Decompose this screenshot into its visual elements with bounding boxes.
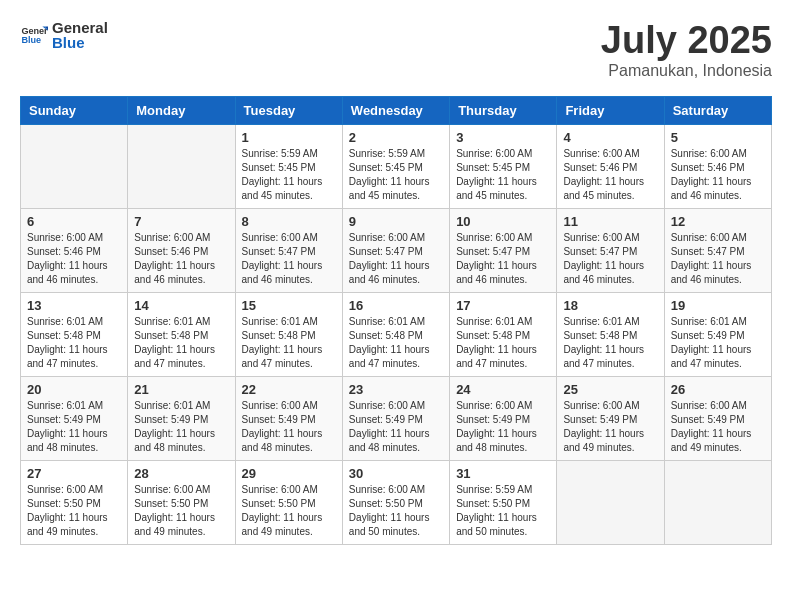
weekday-header: Thursday xyxy=(450,96,557,124)
day-info: Sunrise: 6:01 AMSunset: 5:48 PMDaylight:… xyxy=(563,315,657,371)
day-number: 28 xyxy=(134,466,228,481)
calendar-cell xyxy=(21,124,128,208)
calendar-cell: 15Sunrise: 6:01 AMSunset: 5:48 PMDayligh… xyxy=(235,292,342,376)
day-info: Sunrise: 6:01 AMSunset: 5:49 PMDaylight:… xyxy=(134,399,228,455)
day-number: 15 xyxy=(242,298,336,313)
day-info: Sunrise: 6:00 AMSunset: 5:46 PMDaylight:… xyxy=(671,147,765,203)
day-info: Sunrise: 6:01 AMSunset: 5:49 PMDaylight:… xyxy=(671,315,765,371)
day-info: Sunrise: 6:01 AMSunset: 5:48 PMDaylight:… xyxy=(242,315,336,371)
day-number: 17 xyxy=(456,298,550,313)
day-info: Sunrise: 6:00 AMSunset: 5:50 PMDaylight:… xyxy=(134,483,228,539)
month-title: July 2025 xyxy=(601,20,772,62)
calendar-cell: 22Sunrise: 6:00 AMSunset: 5:49 PMDayligh… xyxy=(235,376,342,460)
calendar-cell: 9Sunrise: 6:00 AMSunset: 5:47 PMDaylight… xyxy=(342,208,449,292)
calendar-cell: 18Sunrise: 6:01 AMSunset: 5:48 PMDayligh… xyxy=(557,292,664,376)
day-number: 14 xyxy=(134,298,228,313)
day-info: Sunrise: 6:00 AMSunset: 5:46 PMDaylight:… xyxy=(563,147,657,203)
day-number: 7 xyxy=(134,214,228,229)
page-header: General Blue General Blue July 2025 Pama… xyxy=(20,20,772,80)
day-info: Sunrise: 6:00 AMSunset: 5:47 PMDaylight:… xyxy=(349,231,443,287)
logo-general-text: General xyxy=(52,20,108,35)
day-number: 13 xyxy=(27,298,121,313)
calendar-cell: 10Sunrise: 6:00 AMSunset: 5:47 PMDayligh… xyxy=(450,208,557,292)
day-info: Sunrise: 5:59 AMSunset: 5:45 PMDaylight:… xyxy=(349,147,443,203)
day-info: Sunrise: 6:01 AMSunset: 5:48 PMDaylight:… xyxy=(349,315,443,371)
day-number: 9 xyxy=(349,214,443,229)
day-info: Sunrise: 6:00 AMSunset: 5:45 PMDaylight:… xyxy=(456,147,550,203)
day-number: 4 xyxy=(563,130,657,145)
calendar-cell: 31Sunrise: 5:59 AMSunset: 5:50 PMDayligh… xyxy=(450,460,557,544)
day-info: Sunrise: 6:00 AMSunset: 5:47 PMDaylight:… xyxy=(456,231,550,287)
day-number: 10 xyxy=(456,214,550,229)
calendar-cell: 16Sunrise: 6:01 AMSunset: 5:48 PMDayligh… xyxy=(342,292,449,376)
calendar-cell: 30Sunrise: 6:00 AMSunset: 5:50 PMDayligh… xyxy=(342,460,449,544)
day-number: 30 xyxy=(349,466,443,481)
calendar-cell: 25Sunrise: 6:00 AMSunset: 5:49 PMDayligh… xyxy=(557,376,664,460)
calendar-cell: 17Sunrise: 6:01 AMSunset: 5:48 PMDayligh… xyxy=(450,292,557,376)
day-number: 2 xyxy=(349,130,443,145)
calendar-cell: 7Sunrise: 6:00 AMSunset: 5:46 PMDaylight… xyxy=(128,208,235,292)
weekday-header: Tuesday xyxy=(235,96,342,124)
day-info: Sunrise: 6:00 AMSunset: 5:50 PMDaylight:… xyxy=(349,483,443,539)
calendar-table: SundayMondayTuesdayWednesdayThursdayFrid… xyxy=(20,96,772,545)
day-info: Sunrise: 5:59 AMSunset: 5:50 PMDaylight:… xyxy=(456,483,550,539)
logo-blue-text: Blue xyxy=(52,35,108,50)
day-number: 12 xyxy=(671,214,765,229)
day-number: 23 xyxy=(349,382,443,397)
day-info: Sunrise: 6:00 AMSunset: 5:47 PMDaylight:… xyxy=(563,231,657,287)
day-info: Sunrise: 6:00 AMSunset: 5:49 PMDaylight:… xyxy=(671,399,765,455)
calendar-cell: 2Sunrise: 5:59 AMSunset: 5:45 PMDaylight… xyxy=(342,124,449,208)
calendar-cell: 21Sunrise: 6:01 AMSunset: 5:49 PMDayligh… xyxy=(128,376,235,460)
weekday-header: Sunday xyxy=(21,96,128,124)
day-info: Sunrise: 6:00 AMSunset: 5:49 PMDaylight:… xyxy=(456,399,550,455)
day-number: 21 xyxy=(134,382,228,397)
day-info: Sunrise: 6:00 AMSunset: 5:47 PMDaylight:… xyxy=(671,231,765,287)
day-number: 31 xyxy=(456,466,550,481)
day-number: 11 xyxy=(563,214,657,229)
location-title: Pamanukan, Indonesia xyxy=(601,62,772,80)
day-number: 20 xyxy=(27,382,121,397)
day-info: Sunrise: 6:00 AMSunset: 5:50 PMDaylight:… xyxy=(242,483,336,539)
day-info: Sunrise: 6:01 AMSunset: 5:49 PMDaylight:… xyxy=(27,399,121,455)
calendar-cell: 6Sunrise: 6:00 AMSunset: 5:46 PMDaylight… xyxy=(21,208,128,292)
calendar-cell: 26Sunrise: 6:00 AMSunset: 5:49 PMDayligh… xyxy=(664,376,771,460)
day-number: 8 xyxy=(242,214,336,229)
calendar-cell: 13Sunrise: 6:01 AMSunset: 5:48 PMDayligh… xyxy=(21,292,128,376)
day-number: 18 xyxy=(563,298,657,313)
logo: General Blue General Blue xyxy=(20,20,108,50)
day-info: Sunrise: 6:00 AMSunset: 5:49 PMDaylight:… xyxy=(563,399,657,455)
day-info: Sunrise: 6:00 AMSunset: 5:47 PMDaylight:… xyxy=(242,231,336,287)
calendar-cell: 20Sunrise: 6:01 AMSunset: 5:49 PMDayligh… xyxy=(21,376,128,460)
calendar-cell: 4Sunrise: 6:00 AMSunset: 5:46 PMDaylight… xyxy=(557,124,664,208)
calendar-cell xyxy=(128,124,235,208)
calendar-cell: 1Sunrise: 5:59 AMSunset: 5:45 PMDaylight… xyxy=(235,124,342,208)
day-number: 5 xyxy=(671,130,765,145)
calendar-cell: 24Sunrise: 6:00 AMSunset: 5:49 PMDayligh… xyxy=(450,376,557,460)
weekday-header: Wednesday xyxy=(342,96,449,124)
calendar-cell: 11Sunrise: 6:00 AMSunset: 5:47 PMDayligh… xyxy=(557,208,664,292)
day-info: Sunrise: 6:00 AMSunset: 5:49 PMDaylight:… xyxy=(242,399,336,455)
day-number: 1 xyxy=(242,130,336,145)
day-number: 27 xyxy=(27,466,121,481)
day-number: 25 xyxy=(563,382,657,397)
calendar-cell: 19Sunrise: 6:01 AMSunset: 5:49 PMDayligh… xyxy=(664,292,771,376)
calendar-cell: 27Sunrise: 6:00 AMSunset: 5:50 PMDayligh… xyxy=(21,460,128,544)
calendar-cell: 29Sunrise: 6:00 AMSunset: 5:50 PMDayligh… xyxy=(235,460,342,544)
day-info: Sunrise: 6:00 AMSunset: 5:49 PMDaylight:… xyxy=(349,399,443,455)
day-info: Sunrise: 6:00 AMSunset: 5:50 PMDaylight:… xyxy=(27,483,121,539)
day-info: Sunrise: 6:00 AMSunset: 5:46 PMDaylight:… xyxy=(27,231,121,287)
day-number: 19 xyxy=(671,298,765,313)
day-number: 24 xyxy=(456,382,550,397)
weekday-header: Friday xyxy=(557,96,664,124)
svg-text:Blue: Blue xyxy=(21,35,41,45)
day-number: 6 xyxy=(27,214,121,229)
calendar-cell: 28Sunrise: 6:00 AMSunset: 5:50 PMDayligh… xyxy=(128,460,235,544)
day-info: Sunrise: 6:00 AMSunset: 5:46 PMDaylight:… xyxy=(134,231,228,287)
day-number: 29 xyxy=(242,466,336,481)
calendar-cell: 5Sunrise: 6:00 AMSunset: 5:46 PMDaylight… xyxy=(664,124,771,208)
day-number: 22 xyxy=(242,382,336,397)
calendar-cell: 14Sunrise: 6:01 AMSunset: 5:48 PMDayligh… xyxy=(128,292,235,376)
day-info: Sunrise: 5:59 AMSunset: 5:45 PMDaylight:… xyxy=(242,147,336,203)
day-number: 26 xyxy=(671,382,765,397)
day-info: Sunrise: 6:01 AMSunset: 5:48 PMDaylight:… xyxy=(456,315,550,371)
